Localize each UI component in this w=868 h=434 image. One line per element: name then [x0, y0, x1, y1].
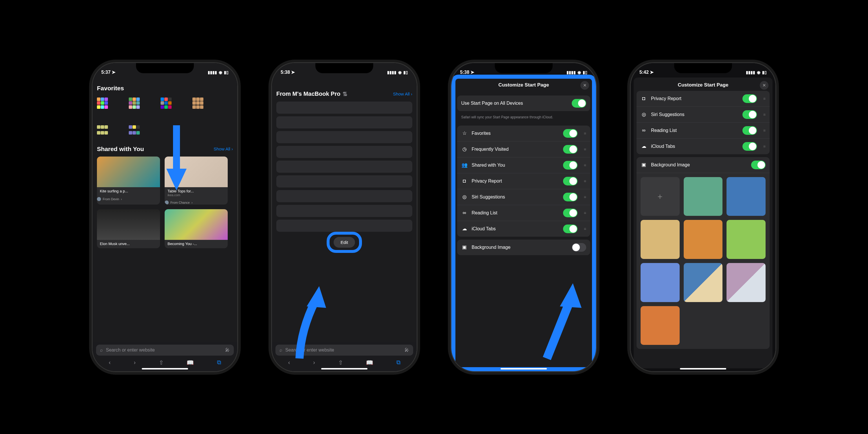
background-option[interactable]: [726, 220, 766, 259]
setting-row: ∞Reading List: [457, 205, 590, 221]
show-all-link[interactable]: Show All ›: [214, 146, 233, 151]
tab-item[interactable]: [276, 190, 412, 202]
close-button[interactable]: ✕: [580, 81, 589, 90]
siri-icon: ◎: [641, 112, 647, 118]
favorites-folder[interactable]: [129, 97, 140, 109]
favorites-folder[interactable]: [129, 125, 140, 137]
mic-icon[interactable]: 🎤︎: [225, 347, 230, 353]
setting-toggle[interactable]: [563, 193, 578, 202]
bg-toggle[interactable]: [751, 161, 766, 169]
background-option[interactable]: [641, 306, 680, 345]
tab-item[interactable]: [276, 220, 412, 232]
favorites-folder[interactable]: [97, 125, 108, 137]
card-title: Becoming You -...: [167, 242, 225, 246]
image-icon: ▣: [641, 162, 647, 168]
background-option[interactable]: [684, 177, 723, 216]
edit-button[interactable]: Edit: [334, 237, 355, 248]
tab-item[interactable]: [276, 175, 412, 187]
tabs-button[interactable]: ⧉: [217, 359, 221, 366]
drag-handle-icon[interactable]: [763, 128, 766, 133]
setting-row: ◘Privacy Report: [457, 173, 590, 189]
modal-title: Customize Start Page: [678, 82, 728, 88]
tab-item[interactable]: [276, 146, 412, 158]
drag-handle-icon[interactable]: [763, 112, 766, 117]
background-option[interactable]: [641, 220, 680, 259]
shared-card[interactable]: Elon Musk unve...: [97, 209, 160, 248]
card-title: Kite surfing a p...: [100, 189, 157, 193]
add-background-button[interactable]: ＋: [641, 177, 680, 216]
drag-handle-icon[interactable]: [763, 96, 766, 101]
show-all-link[interactable]: Show All ›: [393, 91, 412, 96]
favorites-folder[interactable]: [192, 97, 204, 109]
bg-label: Background Image: [651, 162, 747, 167]
setting-toggle[interactable]: [742, 126, 757, 135]
background-option[interactable]: [684, 220, 723, 259]
home-indicator[interactable]: [321, 368, 368, 370]
drag-handle-icon[interactable]: [584, 179, 586, 183]
background-option[interactable]: [641, 263, 680, 302]
tab-list: [276, 101, 412, 232]
sync-label: Use Start Page on All Devices: [461, 101, 568, 106]
setting-toggle[interactable]: [742, 94, 757, 103]
wifi-icon: ◉: [757, 70, 761, 75]
background-option[interactable]: [726, 177, 766, 216]
sync-footnote: Safari will sync your Start Page appeara…: [454, 114, 593, 123]
sync-toggle[interactable]: [572, 99, 586, 107]
setting-label: iCloud Tabs: [472, 226, 559, 231]
tabs-button[interactable]: ⧉: [396, 359, 400, 366]
forward-button[interactable]: ›: [134, 359, 136, 366]
bookmarks-button[interactable]: 📖: [187, 359, 194, 366]
setting-row: ☁iCloud Tabs: [637, 138, 770, 154]
setting-toggle[interactable]: [742, 142, 757, 151]
annotation-highlight: Edit: [327, 232, 362, 253]
shared-card[interactable]: Becoming You -...: [165, 209, 228, 248]
home-indicator[interactable]: [680, 368, 726, 370]
favorites-folder[interactable]: [161, 97, 172, 109]
mic-icon[interactable]: 🎤︎: [404, 347, 409, 353]
svg-marker-2: [307, 286, 326, 308]
tab-item[interactable]: [276, 205, 412, 217]
tab-item[interactable]: [276, 101, 412, 114]
setting-toggle[interactable]: [742, 110, 757, 119]
setting-toggle[interactable]: [563, 145, 578, 154]
setting-row: ☁iCloud Tabs: [457, 221, 590, 237]
drag-handle-icon[interactable]: [584, 131, 586, 136]
tab-item[interactable]: [276, 116, 412, 128]
drag-handle-icon[interactable]: [584, 226, 586, 231]
background-option[interactable]: [726, 263, 766, 302]
setting-row: ◎Siri Suggestions: [637, 107, 770, 123]
setting-toggle[interactable]: [563, 177, 578, 185]
drag-handle-icon[interactable]: [763, 144, 766, 149]
bg-toggle[interactable]: [572, 243, 586, 252]
setting-toggle[interactable]: [563, 129, 578, 138]
back-button[interactable]: ‹: [109, 359, 111, 366]
notch: [495, 63, 553, 73]
home-indicator[interactable]: [142, 368, 188, 370]
setting-toggle[interactable]: [563, 161, 578, 169]
drag-handle-icon[interactable]: [584, 163, 586, 167]
tab-group-title[interactable]: From M's MacBook Pro ⇅: [276, 91, 347, 97]
share-button[interactable]: ⇧: [159, 359, 164, 366]
background-option[interactable]: [684, 263, 723, 302]
drag-handle-icon[interactable]: [584, 211, 586, 215]
tab-item[interactable]: [276, 131, 412, 143]
setting-label: Privacy Report: [651, 96, 738, 101]
shared-card[interactable]: Kite surfing a p... From Devin ›: [97, 157, 160, 205]
setting-toggle[interactable]: [563, 224, 578, 233]
close-button[interactable]: ✕: [760, 81, 769, 90]
setting-row: ◎Siri Suggestions: [457, 189, 590, 205]
back-button[interactable]: ‹: [288, 359, 290, 366]
tab-item[interactable]: [276, 161, 412, 173]
signal-icon: ▮▮▮▮: [746, 70, 755, 75]
drag-handle-icon[interactable]: [584, 195, 586, 199]
status-time: 5:37: [101, 70, 111, 75]
bookmarks-button[interactable]: 📖: [366, 359, 373, 366]
favorites-folder[interactable]: [97, 97, 108, 109]
sync-row: Use Start Page on All Devices: [457, 95, 590, 111]
share-button[interactable]: ⇧: [338, 359, 343, 366]
setting-toggle[interactable]: [563, 209, 578, 217]
home-indicator[interactable]: [500, 368, 547, 370]
phone-1: 5:37 ➤ ▮▮▮▮ ◉ ▮▯ Favorites Shared with Y…: [93, 63, 237, 371]
address-bar[interactable]: ⌕ Search or enter website 🎤︎: [96, 345, 234, 355]
drag-handle-icon[interactable]: [584, 147, 586, 152]
